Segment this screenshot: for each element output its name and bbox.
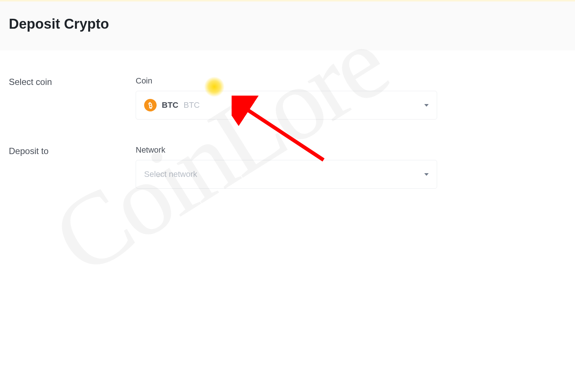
page-title: Deposit Crypto <box>9 16 566 32</box>
coin-field-area: Coin ₿ BTC BTC <box>136 76 437 120</box>
deposit-to-row-label: Deposit to <box>9 145 136 156</box>
page-header: Deposit Crypto <box>0 0 575 50</box>
bitcoin-icon: ₿ <box>143 98 158 113</box>
network-dropdown-value: Select network <box>144 170 197 179</box>
deposit-to-row: Deposit to Network Select network <box>9 145 566 189</box>
chevron-down-icon <box>424 104 429 107</box>
select-coin-row-label: Select coin <box>9 76 136 87</box>
content-area: Select coin Coin ₿ BTC BTC Deposit to Ne… <box>0 50 575 214</box>
coin-dropdown-value: ₿ BTC BTC <box>144 99 200 111</box>
coin-field-label: Coin <box>136 76 437 86</box>
select-coin-row: Select coin Coin ₿ BTC BTC <box>9 76 566 120</box>
network-field-area: Network Select network <box>136 145 437 189</box>
coin-dropdown[interactable]: ₿ BTC BTC <box>136 91 437 120</box>
network-dropdown[interactable]: Select network <box>136 160 437 189</box>
chevron-down-icon <box>424 173 429 176</box>
bitcoin-icon-glyph: ₿ <box>148 101 153 110</box>
coin-symbol-text: BTC <box>162 100 178 110</box>
network-field-label: Network <box>136 145 437 155</box>
network-placeholder: Select network <box>144 170 197 179</box>
coin-name-text: BTC <box>183 100 200 110</box>
